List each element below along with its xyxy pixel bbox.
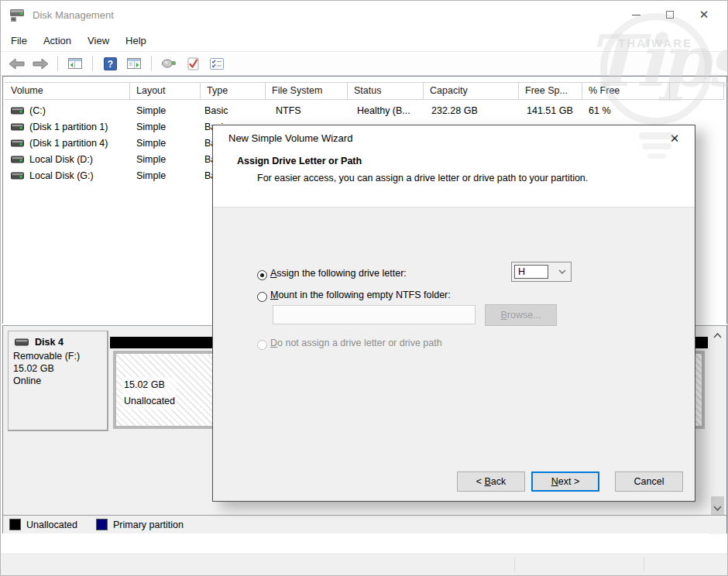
partition-size: 15.02 GB	[124, 377, 175, 393]
column-header-blank[interactable]	[670, 83, 724, 99]
column-header-pctfree[interactable]: % Free	[582, 83, 670, 99]
toolbar-separator	[92, 56, 93, 71]
help-icon[interactable]: ?	[101, 54, 119, 73]
volume-name: (C:)	[29, 105, 46, 116]
column-header-type[interactable]: Type	[201, 83, 266, 99]
radio-no-assign-label: Do not assign a drive letter or drive pa…	[270, 338, 442, 348]
wizard-heading: Assign Drive Letter or Path	[237, 156, 362, 166]
wizard-close-icon[interactable]: ✕	[664, 129, 685, 149]
radio-no-assign	[257, 340, 267, 350]
unallocated-swatch	[9, 519, 21, 530]
disk-icon	[15, 338, 29, 346]
disk-status: Online	[13, 375, 102, 386]
access-key: D	[270, 338, 277, 348]
volume-layout: Simple	[130, 105, 201, 116]
new-simple-volume-wizard-dialog: New Simple Volume Wizard ✕ Assign Drive …	[212, 125, 695, 502]
volume-capacity: 232.28 GB	[424, 105, 519, 116]
svg-text:?: ?	[107, 59, 112, 70]
close-button[interactable]: ✕	[687, 1, 721, 29]
volume-layout: Simple	[130, 138, 201, 149]
column-header-capacity[interactable]: Capacity	[424, 83, 519, 99]
scroll-up-icon[interactable]	[709, 328, 726, 343]
column-header-volume[interactable]: Volume	[5, 83, 130, 99]
volume-name: Local Disk (D:)	[29, 154, 93, 165]
back-button[interactable]: < Back	[457, 471, 525, 492]
volume-type: Basic	[201, 105, 266, 116]
toolbar-separator	[57, 56, 58, 71]
label-text: ext >	[558, 476, 579, 487]
checklist-icon[interactable]	[208, 54, 226, 73]
volume-table-header: Volume Layout Type File System Status Ca…	[5, 82, 724, 100]
column-header-layout[interactable]: Layout	[130, 83, 201, 99]
volume-layout: Simple	[130, 170, 201, 181]
radio-assign-drive-letter[interactable]	[257, 270, 267, 280]
window-title: Disk Management	[33, 9, 114, 21]
disk-view-icon[interactable]	[160, 54, 178, 73]
commit-check-icon[interactable]	[184, 54, 202, 73]
title-bar: Disk Management ✕	[1, 1, 727, 29]
column-header-filesystem[interactable]: File System	[266, 83, 348, 99]
label-text: <	[476, 476, 485, 487]
volume-free: 141.51 GB	[519, 105, 582, 116]
volume-icon	[11, 107, 24, 115]
toolbar-separator	[151, 56, 152, 71]
label-text: ack	[491, 476, 506, 487]
legend-unallocated: Unallocated	[9, 519, 77, 530]
disk-title: Disk 4	[35, 337, 64, 348]
vertical-scrollbar[interactable]	[709, 327, 726, 534]
table-row[interactable]: (C:) Simple Basic NTFS Healthy (B... 232…	[5, 102, 725, 118]
drive-letter-value[interactable]: H	[514, 265, 548, 279]
volume-name: (Disk 1 partition 4)	[29, 138, 108, 149]
access-key: M	[270, 290, 278, 300]
menu-action[interactable]: Action	[43, 35, 71, 46]
access-key: N	[551, 476, 558, 487]
menu-bar: File Action View Help	[1, 30, 727, 50]
action-pane-icon[interactable]	[125, 54, 143, 73]
radio-assign-drive-letter-label[interactable]: Assign the following drive letter:	[270, 268, 407, 279]
label-text: rowse...	[507, 310, 541, 321]
radio-mount-folder[interactable]	[257, 292, 267, 302]
label-text: ount in the following empty NTFS folder:	[278, 290, 450, 300]
console-tree-icon[interactable]	[66, 54, 84, 73]
chevron-down-icon[interactable]	[558, 269, 566, 274]
cancel-button[interactable]: Cancel	[615, 471, 683, 492]
forward-arrow-icon[interactable]	[31, 54, 50, 73]
minimize-button[interactable]	[619, 1, 653, 29]
statusbar-divider	[514, 557, 515, 572]
disk-management-window: Disk Management ✕ File Action View Help …	[0, 0, 728, 576]
disk-size: 15.02 GB	[13, 363, 102, 374]
maximize-button[interactable]	[653, 1, 687, 29]
volume-layout: Simple	[130, 122, 201, 132]
column-header-freespace[interactable]: Free Sp...	[519, 83, 582, 99]
volume-icon	[11, 172, 24, 180]
browse-button[interactable]: Browse...	[485, 304, 557, 326]
scroll-down-icon[interactable]	[709, 501, 726, 516]
next-button[interactable]: Next >	[531, 471, 599, 492]
radio-mount-folder-label[interactable]: Mount in the following empty NTFS folder…	[270, 290, 451, 300]
wizard-description: For easier access, you can assign a driv…	[257, 173, 588, 183]
label-text: ssign the following drive letter:	[276, 268, 406, 279]
back-arrow-icon[interactable]	[7, 54, 26, 73]
column-header-status[interactable]: Status	[348, 83, 424, 99]
volume-fs: NTFS	[266, 105, 348, 116]
volume-status: Healthy (B...	[348, 105, 424, 116]
disk-management-app-icon	[9, 6, 26, 23]
mount-folder-input[interactable]	[273, 305, 476, 324]
statusbar-divider	[644, 557, 644, 572]
legend-label: Primary partition	[113, 519, 184, 530]
legend-label: Unallocated	[26, 519, 77, 530]
volume-name: Local Disk (G:)	[29, 170, 94, 181]
legend-primary-partition: Primary partition	[96, 519, 184, 530]
menu-help[interactable]: Help	[125, 35, 146, 46]
primary-partition-swatch	[96, 519, 108, 530]
legend-bar: Unallocated Primary partition	[3, 515, 726, 533]
menu-file[interactable]: File	[11, 35, 27, 46]
drive-letter-dropdown[interactable]: H	[511, 262, 572, 282]
disk4-info-panel[interactable]: Disk 4 Removable (F:) 15.02 GB Online	[8, 331, 108, 431]
status-bar	[1, 554, 727, 575]
label-text: o not assign a drive letter or drive pat…	[277, 338, 442, 348]
volume-icon	[11, 139, 24, 147]
volume-icon	[11, 123, 24, 131]
menu-view[interactable]: View	[88, 35, 109, 46]
access-key: B	[484, 476, 490, 487]
